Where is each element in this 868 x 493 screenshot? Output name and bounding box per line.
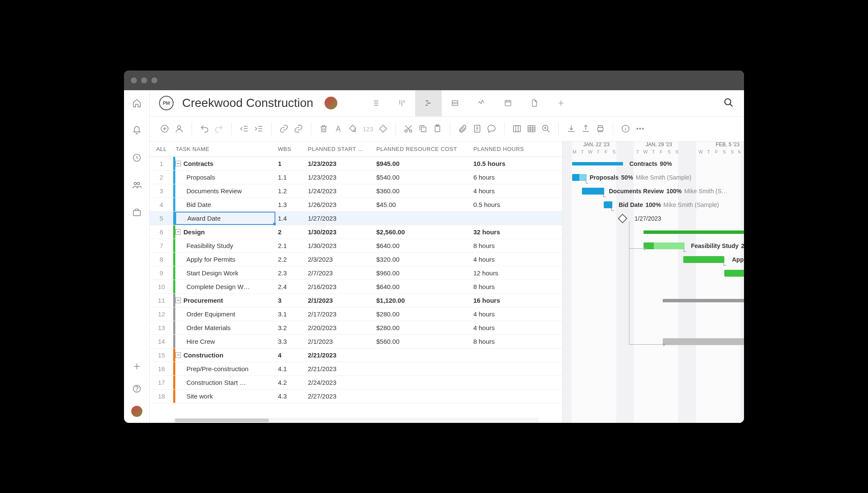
start-cell[interactable]: 1/23/2023 [305, 171, 374, 184]
wbs-cell[interactable]: 2 [275, 225, 305, 239]
hours-cell[interactable] [471, 362, 558, 375]
calendar-view-tab[interactable] [495, 90, 521, 117]
hours-cell[interactable]: 4 hours [471, 307, 558, 321]
cost-cell[interactable]: $560.00 [374, 335, 471, 348]
wbs-cell[interactable]: 4 [275, 348, 305, 362]
table-row[interactable]: 3Documents Review1.21/24/2023$360.004 ho… [150, 184, 562, 198]
table-row[interactable]: 17Construction Start …4.22/24/2023 [150, 376, 562, 390]
cost-cell[interactable]: $320.00 [374, 253, 471, 266]
hours-cell[interactable]: 4 hours [471, 253, 558, 266]
task-name-cell[interactable]: Order Materials [175, 321, 275, 334]
percent-label[interactable]: 123 [363, 125, 373, 133]
start-cell[interactable]: 2/24/2023 [305, 376, 374, 389]
cut-icon[interactable] [404, 124, 413, 133]
table-row[interactable]: 6−Design21/30/2023$2,560.0032 hours [150, 225, 562, 239]
gantt-row[interactable] [563, 390, 744, 403]
task-name-cell[interactable]: Order Equipment [175, 307, 275, 321]
collapse-icon[interactable]: − [175, 161, 181, 166]
start-cell[interactable]: 2/27/2023 [305, 390, 374, 403]
search-icon[interactable] [723, 97, 735, 109]
cost-cell[interactable]: $2,560.00 [374, 225, 471, 239]
task-name-cell[interactable]: Feasibility Study [175, 239, 275, 252]
gantt-row[interactable] [563, 376, 744, 390]
hours-cell[interactable]: 8 hours [471, 335, 558, 348]
wbs-cell[interactable]: 1.4 [275, 212, 305, 225]
hours-cell[interactable]: 8 hours [471, 239, 558, 252]
add-icon[interactable] [132, 361, 142, 372]
table-row[interactable]: 16Prep/Pre-construction4.12/21/2023 [150, 362, 562, 376]
print-icon[interactable] [596, 124, 605, 133]
start-cell[interactable]: 2/3/2023 [305, 253, 374, 266]
collapse-icon[interactable]: − [175, 298, 181, 303]
table-row[interactable]: 13Order Materials3.22/20/2023$280.004 ho… [150, 321, 562, 335]
team-icon[interactable] [132, 180, 142, 190]
start-cell[interactable]: 1/30/2023 [305, 225, 374, 239]
col-planned-cost[interactable]: PLANNED RESOURCE COST [374, 142, 471, 156]
gantt-summary-bar[interactable] [572, 162, 623, 165]
add-view-tab[interactable] [548, 90, 574, 117]
hours-cell[interactable]: 16 hours [471, 294, 558, 307]
col-planned-start[interactable]: PLANNED START … [305, 142, 374, 156]
hours-cell[interactable] [471, 390, 558, 403]
window-close-dot[interactable] [131, 77, 137, 83]
task-name-cell[interactable]: Hire Crew [175, 335, 275, 348]
table-row[interactable]: 15−Construction42/21/2023 [150, 348, 562, 362]
unlink-icon[interactable] [294, 124, 303, 133]
wbs-cell[interactable]: 3.2 [275, 321, 305, 334]
wbs-cell[interactable]: 1.3 [275, 198, 305, 211]
wbs-cell[interactable]: 4.3 [275, 390, 305, 403]
table-row[interactable]: 18Site work4.32/27/2023 [150, 390, 562, 403]
recent-icon[interactable] [132, 153, 142, 163]
start-cell[interactable]: 2/20/2023 [305, 321, 374, 334]
cost-cell[interactable] [374, 212, 471, 225]
hours-cell[interactable]: 0.5 hours [471, 198, 558, 211]
window-max-dot[interactable] [151, 77, 157, 83]
redo-icon[interactable] [214, 124, 224, 133]
hours-cell[interactable] [471, 348, 558, 362]
cost-cell[interactable] [374, 362, 471, 375]
gantt-view-tab[interactable] [415, 90, 442, 117]
sheet-view-tab[interactable] [442, 90, 468, 117]
gantt-row[interactable]: Proposals50%Mike Smith (Sample) [563, 171, 744, 184]
outdent-icon[interactable] [239, 124, 249, 133]
gantt-task-bar[interactable] [582, 188, 604, 195]
cost-cell[interactable] [374, 390, 471, 403]
wbs-cell[interactable]: 2.1 [275, 239, 305, 252]
wbs-cell[interactable]: 3.1 [275, 307, 305, 321]
task-name-cell[interactable]: −Design [175, 225, 275, 239]
indent-icon[interactable] [254, 124, 263, 133]
cost-cell[interactable]: $280.00 [374, 307, 471, 321]
project-avatar[interactable] [325, 97, 337, 109]
hours-cell[interactable]: 10.5 hours [471, 157, 558, 170]
cost-cell[interactable]: $45.00 [374, 198, 471, 211]
task-name-cell[interactable]: Proposals [175, 171, 275, 184]
table-row[interactable]: 12Order Equipment3.12/17/2023$280.004 ho… [150, 307, 562, 321]
start-cell[interactable]: 2/16/2023 [305, 280, 374, 293]
cost-cell[interactable]: $1,120.00 [374, 294, 471, 307]
add-task-icon[interactable] [160, 124, 169, 133]
hours-cell[interactable]: 12 hours [471, 266, 558, 280]
home-icon[interactable] [132, 98, 142, 108]
hours-cell[interactable] [471, 376, 558, 389]
comments-icon[interactable] [487, 124, 496, 133]
cost-cell[interactable]: $640.00 [374, 280, 471, 293]
text-format-icon[interactable] [334, 124, 343, 133]
start-cell[interactable]: 2/21/2023 [305, 348, 374, 362]
cost-cell[interactable]: $540.00 [374, 171, 471, 184]
start-cell[interactable]: 1/30/2023 [305, 239, 374, 252]
gantt-chart[interactable]: JAN, 22 '23JAN, 29 '23FEB, 5 '23 SMTWTFS… [562, 142, 744, 423]
table-row[interactable]: 14Hire Crew3.32/1/2023$560.008 hours [150, 335, 562, 348]
hours-cell[interactable] [471, 212, 558, 225]
col-wbs[interactable]: WBS [275, 142, 305, 156]
task-name-cell[interactable]: −Construction [175, 348, 275, 362]
table-row[interactable]: 1−Contracts11/23/2023$945.0010.5 hours [150, 157, 562, 171]
gantt-summary-bar[interactable] [663, 299, 744, 302]
gantt-row[interactable]: Contracts90% [563, 157, 744, 171]
gantt-task-bar[interactable] [663, 338, 744, 345]
hours-cell[interactable]: 6 hours [471, 171, 558, 184]
files-view-tab[interactable] [521, 90, 548, 117]
wbs-cell[interactable]: 2.4 [275, 280, 305, 293]
start-cell[interactable]: 1/27/2023 [305, 212, 374, 225]
attach-icon[interactable] [458, 124, 467, 133]
board-view-tab[interactable] [389, 90, 415, 117]
